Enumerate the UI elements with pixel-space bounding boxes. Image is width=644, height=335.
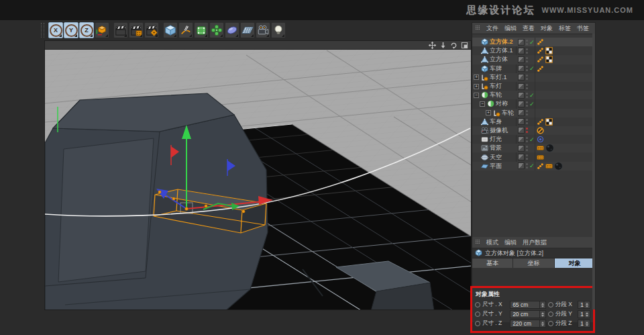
visibility-dots-icon[interactable]	[526, 146, 528, 151]
stepper-icon[interactable]	[539, 301, 545, 308]
layer-chip-icon[interactable]	[518, 162, 525, 169]
object-name[interactable]: 天空	[490, 153, 502, 162]
visibility-dots-icon[interactable]	[526, 40, 528, 45]
object-name[interactable]: 车身	[490, 117, 502, 126]
visibility-dots-icon[interactable]	[526, 119, 528, 124]
object-manager-menu-item-4[interactable]: 标签	[559, 24, 571, 33]
object-row-14[interactable]: 平面✓	[472, 162, 595, 171]
texture-tag-icon[interactable]	[545, 118, 553, 126]
target-tag-icon[interactable]	[537, 136, 544, 143]
visibility-dots-icon[interactable]	[526, 57, 528, 62]
render-settings-button[interactable]	[144, 22, 159, 38]
layer-chip-icon[interactable]	[518, 39, 525, 46]
visibility-dots-icon[interactable]	[526, 163, 528, 169]
object-row-0[interactable]: 立方体.2✓	[472, 38, 595, 46]
menu-grip-icon[interactable]	[475, 25, 480, 32]
enabled-check-icon[interactable]: ✓	[529, 39, 535, 46]
object-name[interactable]: 车轮	[502, 109, 514, 117]
object-name[interactable]: 立方体	[490, 55, 508, 64]
add-cube-button[interactable]	[163, 22, 178, 38]
object-row-2[interactable]: 立方体	[472, 55, 595, 64]
object-name[interactable]: 背景	[490, 144, 502, 152]
enabled-check-icon[interactable]: ✓	[529, 162, 535, 169]
visibility-dots-icon[interactable]	[526, 154, 528, 160]
visibility-dots-icon[interactable]	[526, 75, 528, 80]
floor-button[interactable]	[240, 22, 255, 38]
dolly-view-button[interactable]	[439, 42, 447, 49]
render-picture-viewer-button[interactable]	[129, 22, 144, 38]
object-name[interactable]: 灯光	[490, 135, 502, 144]
phong-tag-icon[interactable]	[537, 38, 544, 46]
object-row-8[interactable]: +车轮	[472, 109, 595, 117]
stepper-icon[interactable]	[539, 320, 545, 327]
object-name[interactable]: 立方体.2	[490, 38, 513, 46]
visibility-dots-icon[interactable]	[526, 101, 528, 107]
keyframe-circle-icon[interactable]	[548, 312, 553, 317]
object-row-12[interactable]: 背景	[472, 144, 595, 152]
object-manager-menu-item-0[interactable]: 文件	[486, 24, 498, 33]
object-row-9[interactable]: 车身	[472, 117, 595, 126]
object-row-11[interactable]: 灯光✓	[472, 135, 595, 144]
tab-0[interactable]: 基本	[472, 258, 513, 268]
layer-chip-icon[interactable]	[518, 74, 525, 81]
enabled-check-icon[interactable]: ✓	[529, 101, 535, 107]
subdivision-surface-button[interactable]	[194, 22, 209, 38]
layer-chip-icon[interactable]	[518, 127, 525, 134]
visibility-dots-icon[interactable]	[526, 93, 528, 98]
pan-view-button[interactable]	[429, 42, 436, 49]
camera-button[interactable]	[256, 22, 270, 38]
object-row-13[interactable]: 天空	[472, 152, 595, 161]
phong-tag-icon[interactable]	[537, 65, 544, 73]
lock-y-axis-button[interactable]: Y	[64, 22, 78, 38]
compositing-tag-icon[interactable]	[545, 162, 553, 170]
lock-x-axis-button[interactable]: X	[48, 22, 63, 38]
visibility-dots-icon[interactable]	[526, 48, 528, 54]
keyframe-circle-icon[interactable]	[475, 302, 480, 307]
object-row-6[interactable]: −车轮✓	[472, 91, 595, 99]
visibility-dots-icon[interactable]	[526, 66, 528, 71]
attribute-manager-menu-item-0[interactable]: 模式	[486, 238, 498, 247]
object-manager-menu-item-1[interactable]: 编辑	[504, 24, 517, 33]
3d-viewport[interactable]	[44, 40, 472, 310]
render-view-button[interactable]	[113, 22, 128, 38]
layer-chip-icon[interactable]	[518, 145, 525, 152]
coordinate-system-button[interactable]	[95, 22, 109, 38]
material-tag-icon[interactable]	[554, 162, 563, 171]
keyframe-circle-icon[interactable]	[475, 321, 480, 326]
object-row-4[interactable]: +车灯.1	[472, 73, 595, 82]
tab-2[interactable]: 对象	[555, 258, 595, 268]
deformer-button[interactable]	[209, 22, 224, 38]
object-manager-menu-item-2[interactable]: 查看	[523, 24, 535, 33]
enabled-check-icon[interactable]: ✓	[529, 136, 535, 143]
layer-chip-icon[interactable]	[518, 92, 525, 99]
phong-tag-icon[interactable]	[537, 162, 544, 170]
object-name[interactable]: 平面	[490, 162, 502, 171]
layer-chip-icon[interactable]	[518, 48, 525, 54]
layer-chip-icon[interactable]	[518, 83, 525, 90]
segments-x-input[interactable]: 1	[578, 301, 590, 309]
size-x-input[interactable]: 65 cm	[510, 301, 546, 309]
expand-icon[interactable]: +	[486, 110, 491, 115]
layer-chip-icon[interactable]	[518, 154, 525, 160]
object-name[interactable]: 车灯.1	[490, 73, 507, 82]
object-name[interactable]: 车轮	[490, 91, 502, 99]
object-name[interactable]: 车灯	[490, 82, 502, 91]
phong-tag-icon[interactable]	[537, 56, 544, 63]
stepper-icon[interactable]	[584, 311, 590, 318]
phong-tag-icon[interactable]	[537, 118, 544, 126]
object-name[interactable]: 车牌	[490, 64, 502, 73]
material-tag-icon[interactable]	[545, 144, 554, 152]
toggle-view-button[interactable]	[461, 42, 468, 49]
object-row-1[interactable]: 立方体.1	[472, 46, 595, 55]
size-z-input[interactable]: 220 cm	[510, 320, 546, 328]
layer-chip-icon[interactable]	[518, 109, 525, 116]
texture-tag-icon[interactable]	[545, 56, 553, 63]
object-row-10[interactable]: 摄像机	[472, 126, 595, 135]
visibility-dots-icon[interactable]	[526, 84, 528, 89]
stepper-icon[interactable]	[584, 320, 590, 327]
layer-chip-icon[interactable]	[518, 136, 525, 143]
attribute-manager-menu-item-1[interactable]: 编辑	[504, 238, 517, 247]
compositing-tag-icon[interactable]	[537, 144, 544, 152]
enabled-check-icon[interactable]: ✓	[529, 65, 535, 72]
texture-tag-icon[interactable]	[545, 47, 553, 54]
